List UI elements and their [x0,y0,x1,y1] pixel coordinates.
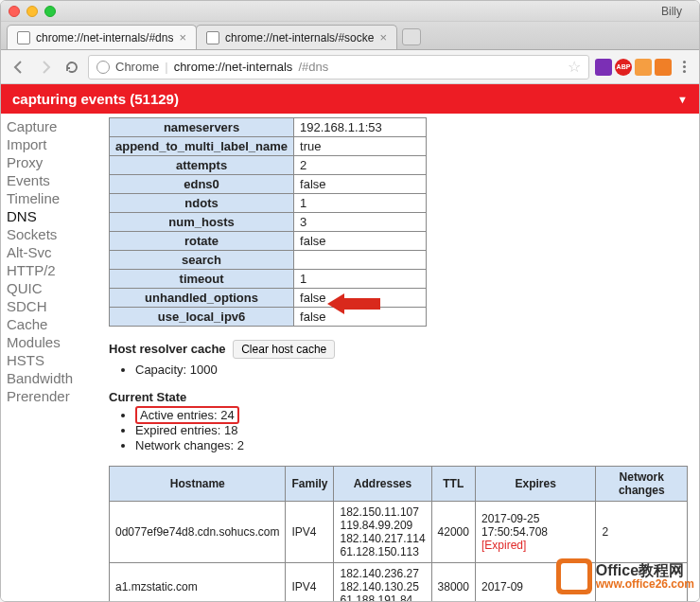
capacity-list: Capacity: 1000 [135,363,688,377]
config-key: use_local_ipv6 [110,308,294,327]
table-cell: 182.140.236.27 182.140.130.25 61.188.191… [334,563,431,602]
address-bar[interactable]: Chrome | chrome://net-internals/#dns ☆ [88,55,589,80]
column-header: Hostname [110,467,286,502]
bookmark-icon[interactable]: ☆ [568,58,581,76]
config-key: attempts [110,156,294,175]
window-minimize-button[interactable] [26,6,38,17]
sidebar-item-sdch[interactable]: SDCH [7,297,92,315]
sidebar-item-http2[interactable]: HTTP/2 [7,261,92,279]
table-row: 0d077ef9e74d8.cdn.sohucs.comIPV4182.150.… [110,502,688,563]
config-key: edns0 [110,175,294,194]
clear-host-cache-button[interactable]: Clear host cache [233,340,335,359]
host-resolver-section: Host resolver cache Clear host cache [109,340,688,359]
host-resolver-label: Host resolver cache [109,342,226,356]
sidebar-item-dns[interactable]: DNS [7,207,92,225]
sidebar-item-timeline[interactable]: Timeline [7,189,92,207]
tab-title: chrome://net-internals/#dns [36,31,173,44]
url-path: /#dns [298,60,328,74]
profile-name[interactable]: Billy [62,5,691,18]
config-row: num_hosts3 [110,213,427,232]
config-key: nameservers [110,118,294,137]
column-header: TTL [431,467,475,502]
table-cell: IPV4 [286,563,334,602]
config-row: ndots1 [110,194,427,213]
site-info-icon[interactable] [96,61,110,74]
column-header: Expires [475,467,596,502]
table-cell: 182.150.11.107 119.84.99.209 182.140.217… [334,502,431,563]
extension-icon[interactable] [655,59,672,76]
forward-button[interactable] [35,57,56,78]
sidebar-item-hsts[interactable]: HSTS [7,351,92,369]
capacity-value: Capacity: 1000 [135,363,688,377]
page-icon [17,31,30,44]
table-cell: 38000 [431,563,475,602]
tab-inactive[interactable]: chrome://net-internals/#socke × [196,25,397,49]
config-key: num_hosts [110,213,294,232]
extension-icon[interactable] [635,59,652,76]
tab-title: chrome://net-internals/#socke [225,31,374,44]
sidebar-item-altsvc[interactable]: Alt-Svc [7,243,92,261]
config-row: rotatefalse [110,232,427,251]
table-cell: 2017-09-25 17:50:54.708[Expired] [475,502,596,563]
sidebar-item-events[interactable]: Events [7,171,92,189]
new-tab-button[interactable] [402,28,421,45]
window-close-button[interactable] [9,6,20,17]
tab-active[interactable]: chrome://net-internals/#dns × [7,25,197,49]
sidebar-item-sockets[interactable]: Sockets [7,225,92,243]
config-row: timeout1 [110,270,427,289]
table-cell: 2 [596,502,688,563]
sidebar-item-prerender[interactable]: Prerender [7,387,92,405]
main-panel: nameservers192.168.1.1:53append_to_multi… [97,114,699,601]
tab-strip: chrome://net-internals/#dns × chrome://n… [1,22,699,50]
toolbar: Chrome | chrome://net-internals/#dns ☆ A… [1,50,699,84]
column-header: Addresses [334,467,431,502]
sidebar-item-quic[interactable]: QUIC [7,279,92,297]
back-button[interactable] [9,57,29,78]
config-value: false [294,232,427,251]
watermark-logo-icon [556,558,592,594]
current-state-heading: Current State [109,390,688,404]
active-entries-highlight: Active entries: 24 [135,406,239,424]
column-header: Family [286,467,334,502]
page-content: CaptureImportProxyEventsTimelineDNSSocke… [1,114,699,601]
sidebar-item-import[interactable]: Import [7,135,92,153]
sidebar-item-cache[interactable]: Cache [7,315,92,333]
network-changes: Network changes: 2 [135,438,688,452]
watermark: Office教程网 www.office26.com [556,558,694,594]
config-value: 1 [294,270,427,289]
config-value: 1 [294,194,427,213]
status-banner[interactable]: capturing events (51129) ▼ [1,84,699,114]
sidebar: CaptureImportProxyEventsTimelineDNSSocke… [1,114,97,601]
sidebar-item-capture[interactable]: Capture [7,117,92,135]
annotation-arrow [327,293,380,314]
sidebar-item-proxy[interactable]: Proxy [7,153,92,171]
config-key: append_to_multi_label_name [110,137,294,156]
table-cell: IPV4 [286,502,334,563]
table-header-row: HostnameFamilyAddressesTTLExpiresNetwork… [110,467,688,502]
table-cell: a1.mzstatic.com [110,563,286,602]
active-entries: Active entries: 24 [135,408,688,422]
expired-entries: Expired entries: 18 [135,423,688,437]
sidebar-item-modules[interactable]: Modules [7,333,92,351]
reload-button[interactable] [61,57,82,78]
extension-onenote-icon[interactable] [595,59,612,76]
sidebar-item-bandwidth[interactable]: Bandwidth [7,369,92,387]
config-value: 192.168.1.1:53 [294,118,427,137]
watermark-url: www.office26.com [596,578,694,590]
arrow-body [344,298,380,310]
state-list: Active entries: 24 Expired entries: 18 N… [135,408,688,452]
column-header: Network changes [596,467,688,502]
window-maximize-button[interactable] [44,6,56,17]
extension-abp-icon[interactable]: ABP [615,59,632,76]
page-icon [206,31,219,44]
table-cell: 42000 [431,502,475,563]
close-icon[interactable]: × [179,30,186,44]
chevron-down-icon: ▼ [677,94,688,105]
config-key: rotate [110,232,294,251]
arrow-head-icon [327,293,344,314]
event-count: 51129 [134,91,174,107]
extension-row: ABP [595,59,672,76]
close-icon[interactable]: × [379,30,387,44]
url-domain: chrome://net-internals [174,60,293,74]
menu-button[interactable] [677,61,691,73]
